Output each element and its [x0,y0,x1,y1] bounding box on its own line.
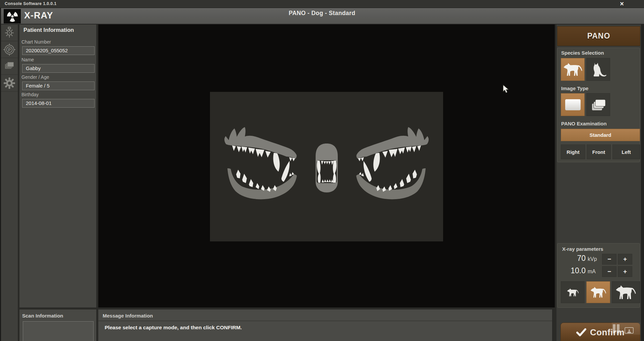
picture-in-picture-icon [625,327,634,334]
scan-information-list [23,321,94,341]
window-right-border [641,24,644,341]
page-title: PANO - Dog - Standard [0,10,644,17]
ma-value: 10.0 [557,266,586,275]
large-dog-icon [615,285,636,300]
species-cat-button[interactable] [586,58,610,81]
name-label: Name [21,57,34,62]
patient-info-title: Patient Information [23,27,74,33]
single-image-icon [565,99,581,110]
medium-dog-icon [590,286,606,298]
kvp-increase-button[interactable]: + [618,254,632,265]
message-information-panel: Message Information Please select a capt… [98,309,552,341]
image-type-single-button[interactable] [561,93,585,116]
kvp-decrease-button[interactable]: − [602,254,616,265]
xray-parameters-title: X-ray parameters [562,246,603,252]
view-left-button[interactable]: Left [612,145,640,159]
species-dog-button[interactable] [561,58,585,81]
pano-examination-label: PANO Examination [561,121,607,126]
size-medium-dog-button[interactable] [586,281,610,303]
patient-position-icon: P [3,43,16,56]
chart-number-label: Chart Number [21,39,51,45]
message-divider [98,321,552,321]
window-title: Console Software 1.0.0.1 [5,1,56,6]
name-field[interactable]: Gabby [22,64,95,73]
message-information-title: Message Information [103,313,153,319]
dog-icon [563,62,583,76]
birthday-field[interactable]: 2014-08-01 [22,99,95,108]
birthday-label: Birthday [21,92,39,97]
species-selection-label: Species Selection [561,50,604,56]
image-stack-icon [3,60,16,73]
mouse-cursor [502,84,510,94]
view-right-button[interactable]: Right [561,145,585,159]
person-glyph [627,329,632,333]
kvp-unit: kVp [588,256,597,262]
size-large-dog-button[interactable] [612,281,640,303]
ma-increase-button[interactable]: + [618,266,632,277]
gender-age-field[interactable]: Female / 5 [22,81,95,90]
multi-image-icon [590,97,607,113]
sidebar-item-collimator-light[interactable] [1,24,18,41]
image-type-multi-button[interactable] [586,93,610,116]
pause-icon [617,324,620,333]
ma-decrease-button[interactable]: − [602,266,616,277]
dental-chart-illustration [210,92,443,241]
jaw-lateral-left [224,127,297,199]
view-front-button[interactable]: Front [587,145,611,159]
kvp-value: 70 [557,254,586,263]
sidebar-item-settings[interactable] [1,75,18,92]
check-icon [576,328,586,336]
jaw-front-view [316,144,338,192]
ma-unit: mA [588,269,596,275]
image-type-label: Image Type [561,86,588,91]
sidebar-item-image-list[interactable] [1,58,18,75]
chart-number-field[interactable]: 20200205_055052 [22,46,95,55]
gear-icon [3,76,16,90]
scan-information-panel: Scan Information [19,309,96,341]
window-titlebar: Console Software 1.0.0.1 × [0,0,644,8]
message-text: Please select a capture mode, and then c… [105,325,242,331]
small-dog-icon [567,288,579,297]
app-window: Console Software 1.0.0.1 × X-RAY PANO - … [0,0,644,341]
cat-icon [590,62,607,77]
svg-text:P: P [8,47,11,52]
collimator-light-icon [3,26,16,40]
scan-information-title: Scan Information [22,313,63,319]
dog-dental-diagram [210,92,443,241]
pano-mode-header: PANO [557,26,640,46]
tool-sidebar: P [1,24,18,341]
gender-age-label: Gender / Age [21,74,49,80]
close-button[interactable]: × [616,0,627,8]
pause-icon [613,324,615,333]
sidebar-item-patient-positioning[interactable]: P [1,41,18,58]
examination-standard-button[interactable]: Standard [561,129,640,141]
jaw-lateral-right [356,127,429,199]
size-small-dog-button[interactable] [561,281,585,303]
